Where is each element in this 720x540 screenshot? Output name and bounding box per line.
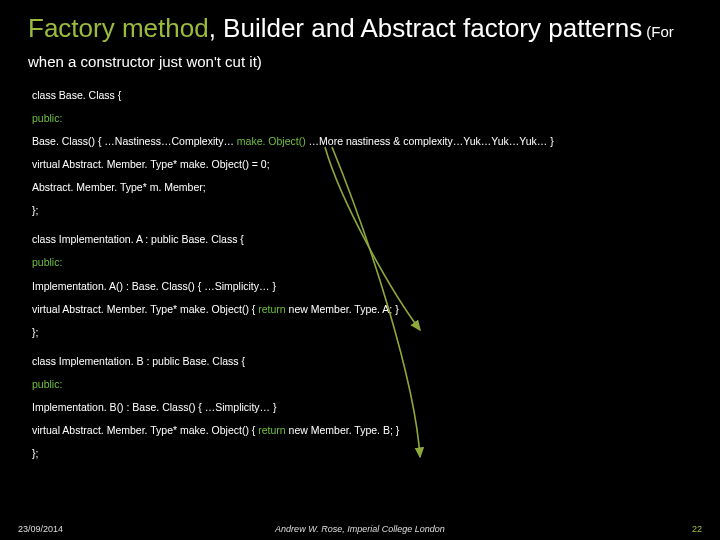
code-line: Implementation. A() : Base. Class() { …S… [32, 275, 692, 298]
impl-a-section: class Implementation. A : public Base. C… [32, 228, 692, 343]
code-text: virtual Abstract. Member. Type* make. Ob… [32, 424, 258, 436]
code-line: Implementation. B() : Base. Class() { …S… [32, 396, 692, 419]
title-rest: , Builder and Abstract factory patterns [209, 13, 643, 43]
code-line: }; [32, 199, 692, 222]
slide-title: Factory method, Builder and Abstract fac… [28, 14, 692, 74]
code-line: class Base. Class { [32, 84, 692, 107]
footer-author: Andrew W. Rose, Imperial College London [0, 524, 720, 534]
code-line: virtual Abstract. Member. Type* make. Ob… [32, 419, 692, 442]
code-line: class Implementation. B : public Base. C… [32, 350, 692, 373]
code-text: Base. Class() { …Nastiness…Complexity… [32, 135, 237, 147]
code-line: public: [32, 107, 692, 130]
code-line: class Implementation. A : public Base. C… [32, 228, 692, 251]
code-keyword: make. Object() [237, 135, 306, 147]
code-text: new Member. Type. B; } [286, 424, 400, 436]
code-line: public: [32, 251, 692, 274]
code-line: Abstract. Member. Type* m. Member; [32, 176, 692, 199]
code-block: class Base. Class { public: Base. Class(… [28, 84, 692, 466]
title-accent: Factory method [28, 13, 209, 43]
code-line: }; [32, 321, 692, 344]
impl-b-section: class Implementation. B : public Base. C… [32, 350, 692, 465]
code-keyword: return [258, 424, 285, 436]
code-line: Base. Class() { …Nastiness…Complexity… m… [32, 130, 692, 153]
code-text: virtual Abstract. Member. Type* make. Ob… [32, 303, 258, 315]
footer-page-number: 22 [692, 524, 702, 534]
code-keyword: return [258, 303, 285, 315]
base-class-section: class Base. Class { public: Base. Class(… [32, 84, 692, 223]
slide: Factory method, Builder and Abstract fac… [0, 0, 720, 540]
code-line: }; [32, 442, 692, 465]
code-line: virtual Abstract. Member. Type* make. Ob… [32, 153, 692, 176]
code-line: virtual Abstract. Member. Type* make. Ob… [32, 298, 692, 321]
code-text: …More nastiness & complexity…Yuk…Yuk…Yuk… [306, 135, 554, 147]
code-line: public: [32, 373, 692, 396]
code-text: new Member. Type. A; } [286, 303, 399, 315]
